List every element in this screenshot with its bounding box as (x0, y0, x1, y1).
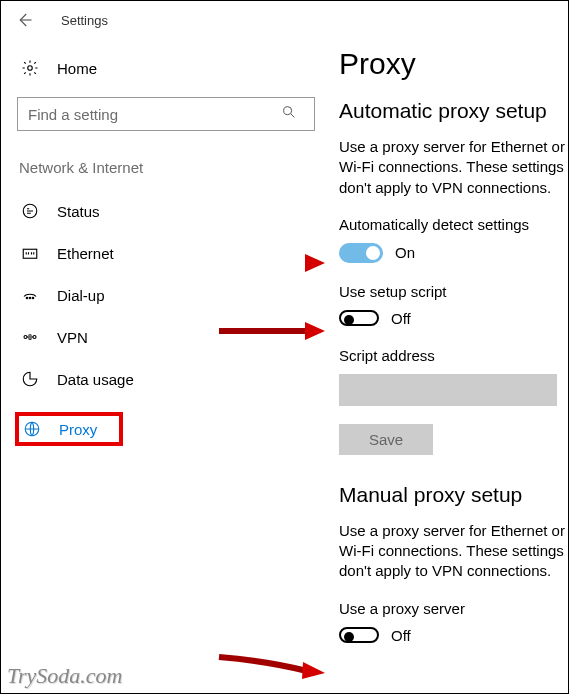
sidebar-category: Network & Internet (15, 151, 317, 190)
use-proxy-label: Use a proxy server (339, 600, 568, 617)
manual-section-heading: Manual proxy setup (339, 483, 568, 507)
auto-detect-label: Automatically detect settings (339, 216, 568, 233)
sidebar-item-label: Status (57, 203, 100, 220)
use-proxy-toggle[interactable] (339, 627, 379, 643)
sidebar-item-label: VPN (57, 329, 88, 346)
save-button[interactable]: Save (339, 424, 433, 455)
header-title: Settings (61, 13, 108, 28)
use-proxy-state: Off (391, 627, 411, 644)
annotation-highlight: Proxy (15, 412, 123, 446)
manual-section-desc: Use a proxy server for Ethernet or Wi-Fi… (339, 521, 568, 582)
svg-rect-3 (23, 249, 37, 258)
content-pane: Proxy Automatic proxy setup Use a proxy … (331, 43, 568, 664)
script-address-input[interactable] (339, 374, 557, 406)
watermark: TrySoda.com (7, 663, 123, 689)
script-toggle-label: Use setup script (339, 283, 568, 300)
sidebar-home-label: Home (57, 60, 97, 77)
status-icon (19, 202, 41, 220)
sidebar: Home Network & Internet Status Ethernet (1, 43, 331, 664)
sidebar-item-vpn[interactable]: VPN (15, 316, 317, 358)
svg-point-4 (26, 297, 28, 299)
gear-icon (19, 59, 41, 77)
ethernet-icon (19, 244, 41, 262)
sidebar-item-status[interactable]: Status (15, 190, 317, 232)
sidebar-item-datausage[interactable]: Data usage (15, 358, 317, 400)
search-input[interactable] (17, 97, 315, 131)
auto-detect-toggle[interactable] (339, 243, 383, 263)
svg-point-6 (32, 297, 34, 299)
sidebar-item-dialup[interactable]: Dial-up (15, 274, 317, 316)
auto-section-heading: Automatic proxy setup (339, 99, 568, 123)
search-icon (281, 104, 297, 124)
sidebar-item-label: Dial-up (57, 287, 105, 304)
datausage-icon (19, 370, 41, 388)
sidebar-item-ethernet[interactable]: Ethernet (15, 232, 317, 274)
page-title: Proxy (339, 47, 568, 81)
script-toggle[interactable] (339, 310, 379, 326)
dialup-icon (19, 286, 41, 304)
vpn-icon (19, 328, 41, 346)
back-icon[interactable] (15, 11, 33, 29)
sidebar-item-label: Data usage (57, 371, 134, 388)
sidebar-item-label: Ethernet (57, 245, 114, 262)
sidebar-home[interactable]: Home (15, 51, 317, 91)
script-toggle-state: Off (391, 310, 411, 327)
svg-point-7 (24, 336, 27, 339)
auto-section-desc: Use a proxy server for Ethernet or Wi-Fi… (339, 137, 568, 198)
auto-detect-state: On (395, 244, 415, 261)
svg-point-0 (28, 66, 33, 71)
svg-point-8 (33, 336, 36, 339)
script-address-label: Script address (339, 347, 568, 364)
svg-point-1 (284, 107, 292, 115)
sidebar-item-label: Proxy (59, 421, 97, 438)
sidebar-item-proxy[interactable]: Proxy (15, 400, 317, 458)
svg-point-5 (29, 297, 31, 299)
proxy-icon (21, 420, 43, 438)
